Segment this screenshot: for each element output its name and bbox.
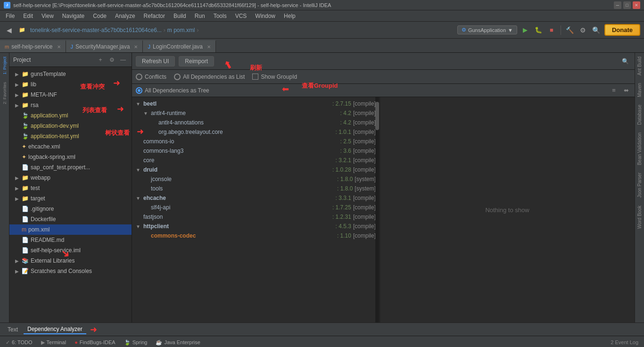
menu-file[interactable]: File <box>2 12 18 20</box>
minimize-button[interactable]: ─ <box>614 1 621 9</box>
tree-item-extlibs[interactable]: ▶ 📚 External Libraries <box>9 256 132 266</box>
dep-item-httpclient[interactable]: ▼ httpclient : 4.5.3 [compile] <box>132 222 380 231</box>
terminal-tab[interactable]: ▶ Terminal <box>37 337 70 347</box>
dep-item-antlr4-runtime[interactable]: ▼ antlr4-runtime : 4.2 [compile] <box>132 108 380 118</box>
tree-item-appdevyml[interactable]: 🍃 application-dev.yml <box>9 121 132 131</box>
stop-button[interactable]: ■ <box>546 25 557 35</box>
favorites-toggle[interactable]: 2: Favorites <box>1 78 8 108</box>
word-book-panel[interactable]: Word Book <box>636 202 643 232</box>
text-tab[interactable]: Text <box>4 325 22 334</box>
tree-item-iml[interactable]: 📄 self-help-service.iml <box>9 245 132 256</box>
add-icon[interactable]: + <box>96 55 105 65</box>
tab-security-manager[interactable]: J SecurityManager.java ✕ <box>66 40 143 52</box>
tree-item-metainf[interactable]: ▶ 📁 META-INF <box>9 90 132 100</box>
menu-refactor[interactable]: Refactor <box>140 12 169 20</box>
menu-navigate[interactable]: Navigate <box>58 12 88 20</box>
json-parser-panel[interactable]: Json Parser <box>636 169 643 201</box>
tree-item-sap[interactable]: 📄 sap_conf_test.propert... <box>9 162 132 173</box>
run-config-dropdown[interactable]: ⚙ GunsApplication ▼ <box>457 25 517 34</box>
tree-item-ehcache[interactable]: ✦ ehcache.xml <box>9 141 132 152</box>
back-icon[interactable]: ◀ <box>4 25 14 35</box>
tab-self-help-service[interactable]: m self-help-service ✕ <box>0 40 66 52</box>
menu-edit[interactable]: Edit <box>19 12 37 20</box>
todo-tab[interactable]: ✓ 6: TODO <box>2 337 36 347</box>
tree-item-rsa[interactable]: ▶ 📁 rsa <box>9 100 132 110</box>
tree-item-apptestyml[interactable]: 🍃 application-test.yml <box>9 131 132 141</box>
dep-item-beetl[interactable]: ▼ beetl : 2.7.15 [compile] <box>132 99 380 108</box>
dep-item-druid[interactable]: ▼ druid : 1.0.28 [compile] <box>132 165 380 174</box>
dep-item-tools[interactable]: tools : 1.8.0 [system] <box>132 184 380 193</box>
donate-button[interactable]: Donate <box>604 24 640 36</box>
menu-vcs[interactable]: VCS <box>231 12 251 20</box>
tree-item-appyml[interactable]: 🍃 application.yml <box>9 110 132 121</box>
tree-item-lib[interactable]: ▶ 📁 lib <box>9 79 132 90</box>
tab-close-icon[interactable]: ✕ <box>134 44 138 50</box>
dep-item-jconsole[interactable]: jconsole : 1.8.0 [system] <box>132 174 380 184</box>
tab-close-icon[interactable]: ✕ <box>57 44 61 50</box>
findbugs-tab[interactable]: ● FindBugs-IDEA <box>71 337 119 347</box>
event-log-btn[interactable]: 2 Event Log <box>607 339 642 346</box>
run-button[interactable]: ▶ <box>520 25 530 35</box>
tree-item-target[interactable]: ▶ 📁 target <box>9 193 132 204</box>
menu-help[interactable]: Help <box>280 12 299 20</box>
all-deps-tree-option[interactable]: All Dependencies as Tree <box>136 87 209 94</box>
ant-build-panel[interactable]: Ant Build <box>636 53 643 79</box>
menu-analyze[interactable]: Analyze <box>111 12 139 20</box>
tree-item-scratches[interactable]: ▶ 📝 Scratches and Consoles <box>9 266 132 276</box>
tree-item-readme[interactable]: 📄 README.md <box>9 235 132 245</box>
dep-item-commons-lang3[interactable]: commons-lang3 : 3.6 [compile] <box>132 146 380 156</box>
tree-item-dockerfile[interactable]: 📄 Dockerfile <box>9 214 132 224</box>
dependency-analyzer-tab[interactable]: Dependency Analyzer <box>24 325 86 334</box>
spring-tab[interactable]: 🍃 Spring <box>120 337 151 347</box>
collapse-all-icon[interactable]: ≡ <box>609 86 619 95</box>
tree-item-gunstemplate[interactable]: ▶ 📁 gunsTemplate <box>9 69 132 79</box>
tree-item-pomxml[interactable]: m pom.xml <box>9 224 132 235</box>
tab-login-controller[interactable]: J LoginController.java ✕ <box>143 40 216 52</box>
tree-item-webapp[interactable]: ▶ 📁 webapp <box>9 173 132 183</box>
menu-run[interactable]: Run <box>191 12 209 20</box>
tree-item-gitignore[interactable]: 📄 .gitignore <box>9 204 132 214</box>
dep-item-commons-codec[interactable]: commons-codec : 1.10 [compile] <box>132 231 380 240</box>
conflicts-option[interactable]: Conflicts <box>136 74 166 80</box>
settings-icon[interactable]: ⚙ <box>578 25 588 35</box>
expand-all-icon[interactable]: ⬌ <box>621 86 631 95</box>
menu-window[interactable]: Window <box>251 12 279 20</box>
show-groupid-checkbox[interactable] <box>252 74 258 80</box>
tree-item-logback[interactable]: ✦ logback-spring.xml <box>9 152 132 162</box>
all-deps-list-option[interactable]: All Dependencies as List <box>174 74 245 80</box>
scrollbar-thumb[interactable] <box>375 102 379 130</box>
menu-code[interactable]: Code <box>89 12 110 20</box>
bean-validation-panel[interactable]: Bean Validation <box>636 129 643 169</box>
project-panel-toggle[interactable]: 1: Project <box>1 53 8 78</box>
reimport-button[interactable]: Reimport <box>179 56 214 66</box>
collapse-icon[interactable]: — <box>118 55 128 65</box>
menu-build[interactable]: Build <box>170 12 190 20</box>
build-icon[interactable]: 🔨 <box>565 25 575 35</box>
debug-button[interactable]: 🐛 <box>533 25 544 35</box>
menu-tools[interactable]: Tools <box>210 12 231 20</box>
tab-close-icon[interactable]: ✕ <box>207 44 211 50</box>
list-radio[interactable] <box>174 74 181 80</box>
close-button[interactable]: ✕ <box>633 1 640 9</box>
dep-item-core[interactable]: core : 3.2.1 [compile] <box>132 156 380 165</box>
maximize-button[interactable]: □ <box>623 1 631 9</box>
dep-item-fastjson[interactable]: fastjson : 1.2.31 [compile] <box>132 212 380 222</box>
breadcrumb-pomxml[interactable]: m pom.xml <box>167 27 195 33</box>
maven-panel[interactable]: Maven <box>636 79 643 101</box>
settings-icon[interactable]: ⚙ <box>107 55 116 65</box>
show-groupid-option[interactable]: Show GroupId <box>252 74 297 80</box>
conflicts-radio[interactable] <box>136 74 142 80</box>
refresh-ui-button[interactable]: Refresh UI <box>136 56 175 66</box>
dep-item-ehcache[interactable]: ▼ ehcache : 3.3.1 [compile] <box>132 193 380 203</box>
database-panel[interactable]: Database <box>636 101 643 129</box>
tree-radio[interactable] <box>136 87 142 94</box>
search-everywhere-icon[interactable]: 🔍 <box>591 25 602 35</box>
dep-item-antlr4-annotations[interactable]: antlr4-annotations : 4.2 [compile] <box>132 118 380 127</box>
dep-item-abego[interactable]: org.abego.treelayout.core : 1.0.1 [compi… <box>132 127 380 137</box>
menu-view[interactable]: View <box>38 12 58 20</box>
project-icon[interactable]: 📁 <box>17 25 27 35</box>
tree-item-test[interactable]: ▶ 📁 test <box>9 183 132 193</box>
breadcrumb-project[interactable]: tonelink-self-service-master-a5c7b0bc161… <box>30 27 162 33</box>
dep-item-commons-io[interactable]: commons-io : 2.5 [compile] <box>132 137 380 146</box>
java-enterprise-tab[interactable]: ☕ Java Enterprise <box>152 337 204 347</box>
